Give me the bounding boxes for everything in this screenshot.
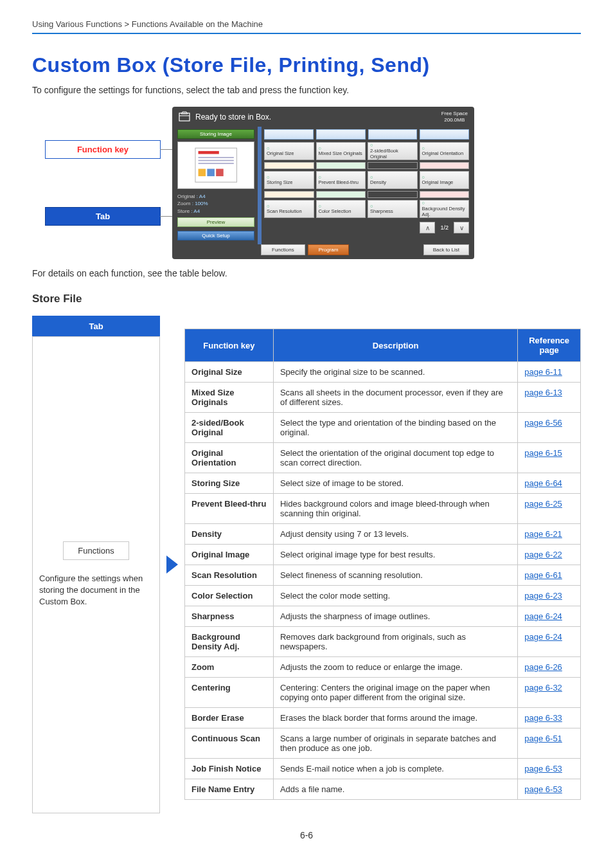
- cell-reference-link[interactable]: page 6-25: [518, 494, 581, 524]
- mini-indicator: [368, 162, 418, 169]
- table-row: Scan ResolutionSelect fineness of scanni…: [185, 565, 581, 586]
- svg-rect-8: [216, 169, 224, 177]
- table-row: DensityAdjust density using 7 or 13 leve…: [185, 524, 581, 545]
- fn-storing-size[interactable]: Storing Size: [264, 171, 314, 189]
- cell-reference-link[interactable]: page 6-61: [518, 565, 581, 586]
- page-up-button[interactable]: ∧: [420, 222, 435, 233]
- cell-description: Scans a large number of originals in sep…: [273, 728, 517, 759]
- cell-reference-link[interactable]: page 6-21: [518, 524, 581, 545]
- table-row: Original SizeSpecify the original size t…: [185, 362, 581, 383]
- mode-icon-3[interactable]: [368, 129, 418, 140]
- table-row: Original OrientationSelect the orientati…: [185, 443, 581, 473]
- table-row: SharpnessAdjusts the sharpness of image …: [185, 606, 581, 627]
- cell-reference-link[interactable]: page 6-33: [518, 708, 581, 728]
- mini-indicator: [420, 162, 470, 169]
- page-indicator: 1/2: [438, 224, 451, 231]
- cell-function-key: Density: [185, 524, 274, 545]
- fn-original-size[interactable]: Original Size: [264, 142, 314, 160]
- cell-description: Adds a file name.: [273, 779, 517, 800]
- mode-icons: [264, 129, 469, 140]
- cell-description: Select size of image to be stored.: [273, 473, 517, 494]
- cell-reference-link[interactable]: page 6-24: [518, 606, 581, 627]
- cell-function-key: Mixed Size Originals: [185, 383, 274, 413]
- table-row: Continuous ScanScans a large number of o…: [185, 728, 581, 759]
- fn-sharpness[interactable]: Sharpness: [368, 200, 418, 218]
- fn-color-selection[interactable]: Color Selection: [316, 200, 366, 218]
- cell-reference-link[interactable]: page 6-32: [518, 678, 581, 708]
- page-down-button[interactable]: ∨: [454, 222, 469, 233]
- svg-rect-0: [179, 113, 190, 121]
- cell-reference-link[interactable]: page 6-26: [518, 657, 581, 678]
- mode-icon-2[interactable]: [316, 129, 366, 140]
- cell-description: Adjusts the sharpness of image outlines.: [273, 606, 517, 627]
- details-text: For details on each function, see the ta…: [32, 268, 581, 278]
- cell-function-key: 2-sided/Book Original: [185, 413, 274, 443]
- box-icon: [179, 111, 190, 123]
- cell-function-key: Original Size: [185, 362, 274, 383]
- cell-function-key: Scan Resolution: [185, 565, 274, 586]
- mini-indicator: [264, 162, 314, 169]
- table-row: Prevent Bleed-thruHides background color…: [185, 494, 581, 524]
- cell-reference-link[interactable]: page 6-13: [518, 383, 581, 413]
- cell-function-key: Original Image: [185, 545, 274, 565]
- cell-reference-link[interactable]: page 6-64: [518, 473, 581, 494]
- table-row: Job Finish NoticeSends E-mail notice whe…: [185, 759, 581, 779]
- tab-functions[interactable]: Functions: [261, 244, 305, 255]
- cell-reference-link[interactable]: page 6-11: [518, 362, 581, 383]
- cell-function-key: Job Finish Notice: [185, 759, 274, 779]
- cell-reference-link[interactable]: page 6-56: [518, 413, 581, 443]
- panel-title: Ready to store in Box.: [195, 113, 271, 122]
- cell-reference-link[interactable]: page 6-23: [518, 586, 581, 606]
- callout-tab: Tab: [45, 207, 161, 226]
- cell-reference-link[interactable]: page 6-15: [518, 443, 581, 473]
- fn-original-orientation[interactable]: Original Orientation: [420, 142, 470, 160]
- touch-panel: Ready to store in Box. Free Space200.0MB…: [172, 107, 474, 259]
- cell-reference-link[interactable]: page 6-22: [518, 545, 581, 565]
- cell-function-key: Continuous Scan: [185, 728, 274, 759]
- table-row: CenteringCentering: Centers the original…: [185, 678, 581, 708]
- fn-prevent-bleed-thru[interactable]: Prevent Bleed-thru: [316, 171, 366, 189]
- svg-rect-6: [198, 169, 206, 177]
- cell-function-key: File Name Entry: [185, 779, 274, 800]
- table-row: File Name EntryAdds a file name.page 6-5…: [185, 779, 581, 800]
- cell-reference-link[interactable]: page 6-53: [518, 759, 581, 779]
- breadcrumb: Using Various Functions > Functions Avai…: [32, 19, 581, 29]
- fn-scan-resolution[interactable]: Scan Resolution: [264, 200, 314, 218]
- cell-function-key: Storing Size: [185, 473, 274, 494]
- mini-indicator: [264, 191, 314, 198]
- svg-rect-5: [198, 163, 233, 165]
- svg-rect-3: [198, 158, 233, 159]
- back-to-list-button[interactable]: Back to List: [423, 244, 469, 255]
- fn-mixed-size-originals[interactable]: Mixed Size Originals: [316, 142, 366, 160]
- intro-text: To configure the settings for functions,…: [32, 85, 581, 95]
- tabcol-header: Tab: [32, 316, 160, 336]
- cell-description: Sends E-mail notice when a job is comple…: [273, 759, 517, 779]
- cell-function-key: Zoom: [185, 657, 274, 678]
- mode-icon-4[interactable]: [420, 129, 469, 140]
- storing-image-badge: Storing Image: [177, 129, 254, 139]
- mode-icon-1[interactable]: [264, 129, 314, 140]
- fn-2-sided-book-original[interactable]: 2-sided/Book Original: [368, 142, 418, 160]
- th-reference: Reference page: [518, 329, 581, 362]
- cell-function-key: Sharpness: [185, 606, 274, 627]
- tab-program[interactable]: Program: [308, 244, 350, 255]
- cell-reference-link[interactable]: page 6-53: [518, 779, 581, 800]
- fn-density[interactable]: Density: [368, 171, 418, 189]
- cell-reference-link[interactable]: page 6-51: [518, 728, 581, 759]
- cell-description: Select the orientation of the original d…: [273, 443, 517, 473]
- free-space: Free Space200.0MB: [441, 111, 468, 123]
- cell-function-key: Centering: [185, 678, 274, 708]
- th-function-key: Function key: [185, 329, 274, 362]
- fn-original-image[interactable]: Original Image: [420, 171, 470, 189]
- fn-background-density-adj-[interactable]: Background Density Adj.: [420, 200, 470, 218]
- cell-function-key: Border Erase: [185, 708, 274, 728]
- preview-button[interactable]: Preview: [177, 217, 254, 227]
- quick-setup-button[interactable]: Quick Setup: [177, 231, 254, 240]
- table-row: Background Density Adj.Removes dark back…: [185, 627, 581, 657]
- cell-reference-link[interactable]: page 6-24: [518, 627, 581, 657]
- cell-function-key: Prevent Bleed-thru: [185, 494, 274, 524]
- callout-function-key: Function key: [45, 140, 161, 159]
- cell-description: Select the color mode setting.: [273, 586, 517, 606]
- cell-description: Adjusts the zoom to reduce or enlarge th…: [273, 657, 517, 678]
- table-row: Original ImageSelect original image type…: [185, 545, 581, 565]
